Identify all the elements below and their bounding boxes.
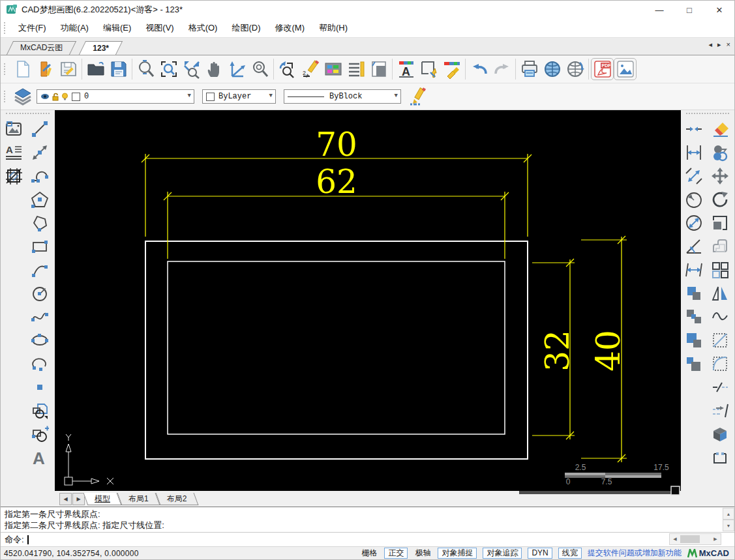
toggle-lineweight[interactable]: 线宽 <box>558 548 582 559</box>
toggle-polar[interactable]: 极轴 <box>413 548 432 559</box>
irregular-polygon-button[interactable] <box>29 211 51 235</box>
offset-button[interactable] <box>709 235 731 258</box>
radius-dimension-button[interactable] <box>683 188 705 211</box>
copy-clip-button[interactable] <box>683 282 705 305</box>
toggle-osnap[interactable]: 对象捕捉 <box>438 548 477 559</box>
layout-page-button[interactable] <box>367 58 390 80</box>
toolbar-grip[interactable] <box>6 113 50 116</box>
inner-rectangle[interactable] <box>168 261 505 434</box>
tab-scroll-left-icon[interactable]: ◂ <box>709 40 713 49</box>
text-style-button[interactable]: A <box>395 58 417 80</box>
zoom-dynamic-button[interactable] <box>134 58 157 80</box>
minimize-button[interactable]: — <box>644 1 674 19</box>
command-hscrollbar[interactable]: ◀ ▶ <box>669 533 721 545</box>
zoom-previous-button[interactable] <box>276 58 299 80</box>
zoom-center-button[interactable] <box>248 58 271 80</box>
toggle-ortho[interactable]: 正交 <box>384 548 408 559</box>
array-button[interactable] <box>709 258 731 282</box>
open-file-button[interactable] <box>84 58 107 80</box>
layer-select[interactable]: 0 ▼ <box>37 89 194 104</box>
linear-dimension-button[interactable] <box>683 141 705 164</box>
paste-clip-button[interactable] <box>683 329 705 352</box>
web-publish-button[interactable] <box>541 58 563 80</box>
menu-function[interactable]: 功能(A) <box>53 20 96 36</box>
tab-scroll-right-icon[interactable]: ▸ <box>717 40 721 49</box>
stretch-button[interactable] <box>709 446 731 469</box>
menu-modify[interactable]: 修改(M) <box>267 20 312 36</box>
command-vscrollbar[interactable]: ▲ ▼ <box>723 508 734 531</box>
extend-button[interactable] <box>709 399 731 422</box>
web-sync-button[interactable] <box>563 58 586 80</box>
save-as-button[interactable] <box>107 58 130 80</box>
scrollbar-thumb[interactable] <box>680 535 700 543</box>
zoom-extents-button[interactable] <box>180 58 203 80</box>
toolbar-grip[interactable] <box>4 63 7 75</box>
menu-edit[interactable]: 编辑(E) <box>96 20 138 36</box>
menu-help[interactable]: 帮助(H) <box>312 20 355 36</box>
dimension-62[interactable] <box>164 192 509 259</box>
spline-button[interactable] <box>29 305 51 329</box>
close-button[interactable]: ✕ <box>704 1 734 19</box>
polygon-button[interactable] <box>29 188 51 211</box>
menu-format[interactable]: 格式(O) <box>181 20 225 36</box>
command-input[interactable]: 命令: <box>1 532 734 546</box>
save-button[interactable] <box>57 58 80 80</box>
print-button[interactable] <box>518 58 541 80</box>
toggle-dyn[interactable]: DYN <box>528 548 552 559</box>
menu-view[interactable]: 视图(V) <box>138 20 181 36</box>
erase-button[interactable] <box>709 117 731 141</box>
color-select[interactable]: ByLayer ▼ <box>202 89 276 104</box>
color-palette-button[interactable] <box>322 58 344 80</box>
tab-close-icon[interactable]: × <box>727 40 730 49</box>
explode-button[interactable] <box>709 422 731 446</box>
chamfer-button[interactable] <box>709 329 731 352</box>
toggle-grid[interactable]: 栅格 <box>360 548 378 559</box>
rectangle-button[interactable] <box>29 235 51 258</box>
scale-button[interactable] <box>709 211 731 235</box>
scroll-down-icon[interactable]: ▼ <box>723 520 734 531</box>
insert-image-button[interactable] <box>614 58 637 80</box>
scroll-left-icon[interactable]: ◀ <box>670 534 680 544</box>
outer-rectangle[interactable] <box>145 241 528 459</box>
line-button[interactable] <box>29 117 51 141</box>
revision-cloud-button[interactable] <box>709 305 731 329</box>
copy-button[interactable] <box>709 141 731 164</box>
mirror-button[interactable] <box>709 282 731 305</box>
insert-image-button[interactable] <box>3 117 25 141</box>
hatch-button[interactable] <box>3 164 25 188</box>
command-window[interactable]: 指定第一条尺寸界线原点: 指定第二条尺寸界线原点: 指定尺寸线位置: ▲ ▼ 命… <box>1 507 734 546</box>
drawing-canvas[interactable]: 70 62 32 40 <box>55 110 681 491</box>
toggle-otrack[interactable]: 对象追踪 <box>483 548 522 559</box>
ellipse-button[interactable] <box>29 329 51 352</box>
elliptical-arc-button[interactable] <box>29 352 51 376</box>
layer-manager-button[interactable] <box>11 85 34 108</box>
single-text-button[interactable]: A <box>29 446 51 469</box>
fillet-button[interactable] <box>709 352 731 376</box>
undo-button[interactable] <box>468 58 490 80</box>
polyline-button[interactable] <box>29 164 51 188</box>
match-properties-button[interactable] <box>440 58 463 80</box>
tab-model[interactable]: 模型 <box>85 493 119 505</box>
insert-block-button[interactable] <box>29 399 51 422</box>
scroll-right-icon[interactable]: ▶ <box>710 534 721 544</box>
tab-layout1[interactable]: 布局1 <box>119 493 158 505</box>
toolbar-grip[interactable] <box>686 113 729 116</box>
paste-block-button[interactable] <box>683 352 705 376</box>
measure-button[interactable] <box>226 58 248 80</box>
new-file-button[interactable] <box>11 58 34 80</box>
continued-dimension-button[interactable] <box>683 258 705 282</box>
linetype-button[interactable] <box>344 58 367 80</box>
construction-line-button[interactable] <box>29 141 51 164</box>
canvas-grip[interactable] <box>671 486 680 495</box>
redo-button[interactable] <box>490 58 513 80</box>
circle-button[interactable] <box>29 282 51 305</box>
toolbar-grip[interactable] <box>4 91 7 102</box>
diameter-dimension-button[interactable] <box>683 211 705 235</box>
scroll-up-icon[interactable]: ▲ <box>723 508 734 520</box>
move-button[interactable] <box>709 164 731 188</box>
draw-settings-button[interactable] <box>406 85 429 108</box>
feedback-link[interactable]: 提交软件问题或增加新功能 <box>588 548 682 559</box>
toolbar-grip[interactable] <box>4 22 7 34</box>
pan-button[interactable] <box>203 58 226 80</box>
linetype-select[interactable]: ByBlock ▼ <box>284 89 401 104</box>
